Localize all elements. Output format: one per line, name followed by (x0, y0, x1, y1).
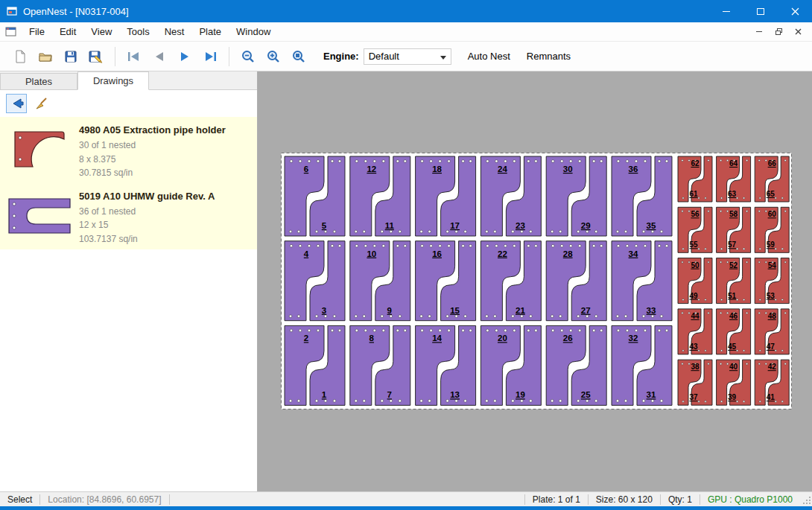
part-number: 25 (581, 390, 591, 399)
chevron-down-icon (440, 56, 446, 60)
drill-hole (289, 315, 292, 318)
zoom-out-icon[interactable] (235, 45, 261, 68)
resize-grip[interactable] (802, 494, 812, 506)
drawing-thumbnail-red (0, 120, 79, 180)
menu-plate[interactable]: Plate (191, 23, 229, 40)
drill-hole (586, 400, 589, 403)
plate[interactable]: 6512111817242330293635431091615222128273… (281, 153, 792, 409)
close-icon[interactable] (778, 0, 812, 22)
menu-view[interactable]: View (83, 23, 119, 40)
part-number: 1 (322, 390, 327, 399)
last-plate-icon[interactable] (197, 45, 223, 68)
first-plate-icon[interactable] (121, 45, 147, 68)
part-number: 10 (367, 249, 376, 258)
mdi-restore-icon[interactable] (769, 25, 788, 39)
drill-hole (698, 197, 700, 199)
drill-hole (708, 211, 709, 212)
drawing-item-1[interactable]: 4980 A05 Extraction pipe holder 30 of 1 … (0, 117, 257, 183)
import-arrow-icon[interactable] (6, 94, 27, 113)
menu-tools[interactable]: Tools (119, 23, 156, 40)
drill-hole (651, 315, 654, 318)
part-number: 6 (304, 165, 308, 173)
drill-hole (651, 230, 654, 233)
menu-edit[interactable]: Edit (52, 23, 83, 40)
drill-hole (616, 400, 619, 403)
drill-hole (486, 315, 489, 318)
part-number: 54 (768, 261, 777, 270)
drill-hole (665, 329, 668, 332)
part-number: 2 (304, 334, 308, 342)
drill-hole (551, 230, 554, 233)
drill-hole (315, 230, 318, 233)
drill-hole (600, 244, 603, 247)
drill-hole (331, 329, 334, 332)
drill-hole (382, 329, 385, 332)
drawing-item-2[interactable]: 5019 A10 UHMW guide Rev. A 36 of 1 neste… (0, 183, 257, 249)
previous-plate-icon[interactable] (147, 45, 172, 68)
part-number: 56 (691, 210, 700, 218)
engine-value: Default (369, 51, 399, 62)
clean-broom-icon[interactable] (31, 94, 52, 113)
drill-hole (373, 329, 376, 332)
drill-hole (688, 363, 690, 365)
drill-hole (708, 312, 709, 313)
drill-hole (698, 350, 700, 351)
drill-hole (404, 160, 407, 163)
drill-hole (331, 244, 334, 247)
mdi-minimize-icon[interactable] (749, 25, 769, 39)
drill-hole (720, 401, 722, 402)
mdi-window-controls (749, 25, 808, 39)
menu-nest[interactable]: Nest (157, 23, 192, 40)
tab-plates[interactable]: Plates (0, 73, 77, 89)
remnants-button[interactable]: Remnants (527, 51, 571, 62)
drill-hole (743, 401, 744, 402)
drill-hole (578, 244, 581, 247)
mdi-close-icon[interactable] (788, 25, 808, 39)
drill-hole (364, 244, 367, 247)
drill-hole (535, 244, 538, 247)
drill-hole (317, 160, 320, 163)
next-plate-icon[interactable] (172, 45, 197, 68)
drill-hole (390, 400, 393, 403)
menu-window[interactable]: Window (229, 23, 278, 40)
drill-hole (784, 363, 786, 365)
drill-hole (462, 244, 465, 247)
minimize-icon[interactable] (709, 0, 743, 22)
drill-hole (513, 160, 516, 163)
status-mode: Select (0, 494, 39, 506)
drill-hole (746, 211, 747, 212)
drill-hole (660, 315, 663, 318)
open-folder-icon[interactable] (33, 45, 58, 68)
status-gpu: GPU : Quadro P1000 (700, 494, 800, 506)
drill-hole (616, 230, 619, 233)
part-number: 30 (563, 165, 573, 173)
drill-hole (624, 230, 627, 233)
drill-hole (308, 160, 311, 163)
save-icon[interactable] (58, 45, 83, 68)
nest-canvas[interactable]: 6512111817242330293635431091615222128273… (258, 71, 812, 491)
part-number: 23 (516, 221, 525, 230)
part-number: 46 (729, 312, 738, 320)
engine-select[interactable]: Default (364, 48, 451, 65)
auto-nest-button[interactable]: Auto Nest (468, 51, 510, 62)
new-file-icon[interactable] (7, 45, 33, 68)
drill-hole (624, 315, 627, 318)
drill-hole (626, 244, 629, 247)
zoom-in-icon[interactable] (261, 45, 286, 68)
drawing-nested: 36 of 1 nested (79, 205, 257, 219)
status-location: Location: [84.8696, 60.6957] (40, 494, 168, 506)
part-number: 43 (689, 342, 698, 351)
part-number: 50 (691, 261, 700, 270)
part-number: 12 (367, 165, 376, 173)
save-as-icon[interactable] (83, 45, 109, 68)
tab-drawings[interactable]: Drawings (77, 71, 149, 90)
drill-hole (289, 230, 292, 233)
maximize-icon[interactable] (743, 0, 778, 22)
drill-hole (521, 230, 524, 233)
drill-hole (308, 244, 311, 247)
part-number: 31 (647, 390, 656, 399)
zoom-extents-icon[interactable] (286, 45, 311, 68)
drill-hole (781, 197, 783, 199)
menu-file[interactable]: File (22, 23, 52, 40)
drill-hole (784, 261, 786, 263)
